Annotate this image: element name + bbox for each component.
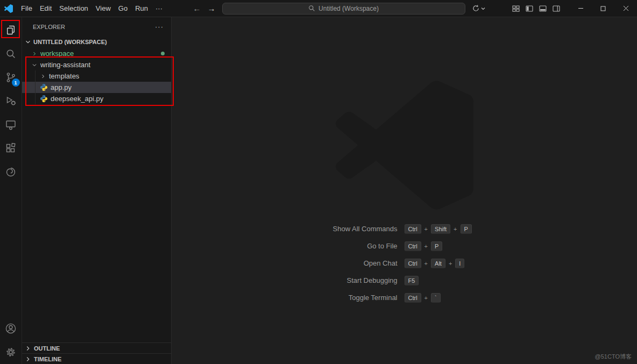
search-sidebar-icon[interactable] (0, 42, 22, 66)
file-tree: workspace writing-assistant templates (22, 48, 171, 104)
timeline-label: TIMELINE (34, 356, 61, 362)
explorer-icon[interactable] (0, 18, 22, 42)
minimize-button[interactable] (569, 0, 592, 17)
command-center-search[interactable]: Untitled (Workspace) (222, 3, 465, 15)
extensions-icon[interactable] (0, 137, 22, 160)
plus-sign: + (424, 260, 428, 267)
nav-back-button[interactable]: ← (193, 4, 201, 12)
shortcut-keys: Ctrl+` (405, 293, 566, 303)
menu-selection[interactable]: Selection (55, 3, 91, 14)
chevron-down-icon (24, 38, 32, 46)
close-window-button[interactable] (614, 0, 637, 17)
menu-run[interactable]: Run (131, 3, 152, 14)
folder-row-writing-assistant[interactable]: writing-assistant (22, 59, 171, 70)
search-text: Untitled (Workspace) (318, 5, 379, 12)
shortcut-row: Show All Commands Ctrl+Shift+P (172, 224, 637, 234)
menu-more[interactable]: ··· (152, 3, 166, 14)
folder-label: workspace (40, 49, 74, 58)
file-label: deepseek_api.py (51, 95, 103, 103)
shortcut-row: Toggle Terminal Ctrl+` (172, 292, 637, 303)
menu-file[interactable]: File (17, 3, 36, 14)
editor-area: Show All Commands Ctrl+Shift+P Go to Fil… (172, 17, 637, 364)
shortcut-keys: F5 (405, 276, 566, 286)
title-bar: File Edit Selection View Go Run ··· ← → … (0, 0, 637, 17)
key: I (455, 259, 464, 268)
plus-sign: + (449, 260, 452, 267)
plus-sign: + (424, 243, 428, 249)
key: Shift (431, 224, 450, 234)
vscode-watermark-logo (336, 81, 473, 210)
title-bar-left: File Edit Selection View Go Run ··· (0, 3, 166, 14)
run-and-debug-icon[interactable] (0, 89, 22, 113)
outline-label: OUTLINE (34, 345, 60, 352)
workspace-section-header[interactable]: UNTITLED (WORKSPACE) (22, 36, 171, 48)
sidebar-header: EXPLORER ··· (22, 17, 171, 36)
file-label: app.py (51, 83, 72, 91)
toggle-panel-icon[interactable] (539, 4, 547, 13)
key: Ctrl (405, 293, 421, 303)
shortcut-label: Open Chat (243, 259, 405, 267)
file-row-deepseek-api-py[interactable]: deepseek_api.py (22, 93, 171, 104)
chevron-right-icon (40, 73, 46, 80)
shortcut-label: Go to File (243, 242, 405, 250)
watermark-shortcuts: Show All Commands Ctrl+Shift+P Go to Fil… (172, 224, 637, 310)
chevron-right-icon (31, 51, 38, 57)
layout-controls (512, 4, 561, 13)
key: ` (431, 293, 441, 303)
source-control-icon[interactable]: 1 (0, 66, 22, 89)
file-row-app-py[interactable]: app.py (22, 82, 171, 93)
key: Ctrl (405, 259, 421, 268)
menu-edit[interactable]: Edit (36, 3, 55, 14)
source-control-badge: 1 (12, 78, 20, 87)
title-bar-center: ← → Untitled (Workspace) (166, 3, 512, 15)
folder-label: templates (49, 72, 79, 80)
plus-sign: + (424, 295, 428, 301)
vscode-logo-icon (4, 4, 13, 13)
toggle-primary-sidebar-icon[interactable] (525, 4, 534, 13)
key: F5 (405, 276, 419, 286)
shortcut-keys: Ctrl+Alt+I (405, 259, 566, 268)
key: Ctrl (405, 241, 421, 251)
chevron-down-icon (481, 6, 485, 11)
shortcut-label: Start Debugging (243, 276, 405, 284)
activity-bar: 1 (0, 17, 22, 364)
shortcut-label: Show All Commands (243, 225, 405, 233)
sidebar-more-actions[interactable]: ··· (155, 23, 164, 31)
menu-bar: File Edit Selection View Go Run ··· (17, 3, 166, 14)
shortcut-keys: Ctrl+P (405, 241, 566, 251)
folder-row-templates[interactable]: templates (22, 70, 171, 82)
remote-explorer-icon[interactable] (0, 113, 22, 137)
plus-sign: + (424, 226, 428, 232)
launch-profile-dropdown[interactable] (472, 4, 485, 12)
nav-forward-button[interactable]: → (208, 4, 216, 12)
watermark-credit: @51CTO博客 (595, 353, 632, 361)
plus-sign: + (454, 226, 457, 232)
accounts-icon[interactable] (0, 317, 22, 340)
chevron-down-icon (31, 62, 38, 68)
sidebar-empty-space (22, 104, 171, 342)
toggle-secondary-sidebar-icon[interactable] (552, 4, 561, 13)
settings-gear-icon[interactable] (0, 340, 22, 364)
menu-go[interactable]: Go (115, 3, 131, 14)
title-bar-right (512, 0, 637, 17)
editor-layout-icon[interactable] (512, 4, 520, 13)
outline-section-header[interactable]: OUTLINE (22, 342, 171, 353)
writing-assistant-children: templates app.py deepseek_api.py (22, 70, 171, 104)
timeline-section-header[interactable]: TIMELINE (22, 353, 171, 364)
menu-view[interactable]: View (92, 3, 115, 14)
shortcut-row: Go to File Ctrl+P (172, 241, 637, 251)
maximize-button[interactable] (592, 0, 614, 17)
search-icon (308, 5, 315, 12)
chevron-right-icon (24, 355, 32, 363)
shortcut-row: Start Debugging F5 (172, 275, 637, 286)
workbench: 1 EXPLORER ··· UNTITL (0, 17, 637, 364)
folder-label: writing-assistant (40, 61, 90, 69)
sidebar-title: EXPLORER (33, 24, 65, 30)
shortcut-keys: Ctrl+Shift+P (405, 224, 566, 234)
key: Ctrl (405, 224, 421, 234)
git-modified-dot (161, 52, 165, 55)
shortcut-label: Toggle Terminal (243, 294, 405, 302)
folder-row-workspace[interactable]: workspace (22, 48, 171, 59)
extension-tool-icon[interactable] (0, 160, 22, 184)
chevron-right-icon (24, 345, 32, 352)
